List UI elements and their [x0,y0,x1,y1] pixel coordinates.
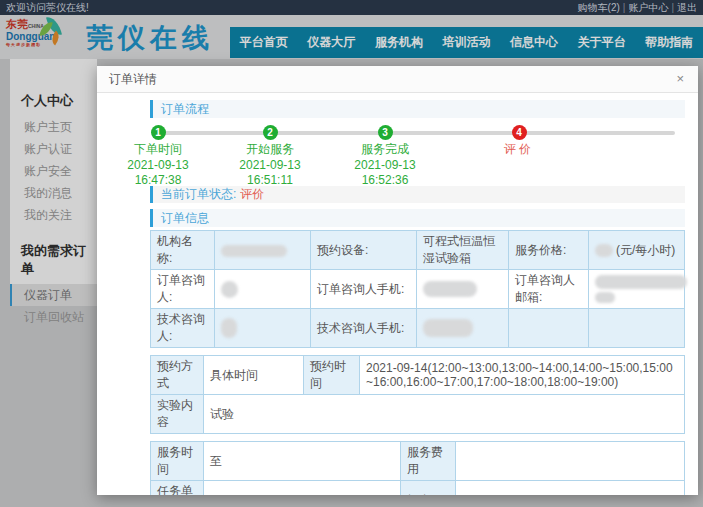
table-row: 预约方式 具体时间 预约时间 2021-09-14(12:00~13:00,13… [151,356,685,395]
price-value: (元/每小时) [589,231,685,270]
service-table: 服务时间 至 服务费用 任务单号 报告号 [150,441,685,495]
tech-phone-value [417,309,509,348]
table-row: 技术咨询人: 技术咨询人手机: [151,309,685,348]
booking-time-label: 预约时间 [304,356,360,395]
redacted-value [595,275,687,289]
order-phone-label: 订单咨询人手机: [311,270,417,309]
status-label: 当前订单状态: [161,186,236,203]
section-title: 订单信息 [161,210,209,227]
booking-time-value: 2021-09-14(12:00~13:00,13:00~14:00,14:00… [360,356,685,395]
service-fee-value [456,442,685,481]
redacted-value [221,318,237,338]
service-time-label: 服务时间 [151,442,204,481]
step-date: 2021-09-13 [330,158,440,173]
report-number-label: 报告号 [401,481,456,496]
step-label: 开始服务 [215,141,325,158]
booking-method-value: 具体时间 [204,356,304,395]
section-order-flow: 订单流程 [150,100,685,118]
redacted-value [595,292,615,303]
task-number-value [204,481,401,496]
status-value: 评价 [240,186,264,203]
org-name-value [215,231,311,270]
table-row: 任务单号 报告号 [151,481,685,496]
empty-cell [589,309,685,348]
order-contact-label: 订单咨询人: [151,270,215,309]
redacted-value [423,319,473,337]
order-progress: 1 下单时间 2021-09-13 16:47:38 2 开始服务 2021-0… [150,122,685,186]
step-date: 2021-09-13 [215,158,325,173]
redacted-value [423,281,477,297]
experiment-content-value: 试验 [204,395,685,434]
booking-table: 预约方式 具体时间 预约时间 2021-09-14(12:00~13:00,13… [150,355,685,434]
step-label: 下单时间 [103,141,213,158]
device-value: 可程式恒温恒湿试验箱 [417,231,509,270]
table-row: 服务时间 至 服务费用 [151,442,685,481]
step-time: 16:52:36 [330,173,440,188]
price-unit: (元/每小时) [616,243,675,257]
redacted-value [221,281,238,298]
service-time-value: 至 [204,442,401,481]
tech-phone-label: 技术咨询人手机: [311,309,417,348]
step-time: 16:47:38 [103,173,213,188]
redacted-value [595,244,613,257]
experiment-content-label: 实验内容 [151,395,204,434]
step-service-start: 2 开始服务 2021-09-13 16:51:11 [215,122,325,188]
report-number-value [456,481,685,496]
step-service-done: 3 服务完成 2021-09-13 16:52:36 [330,122,440,188]
tech-contact-value [215,309,311,348]
order-contact-value [215,270,311,309]
section-title: 订单流程 [161,101,209,118]
redacted-value [221,245,287,257]
table-row: 机构名称: 预约设备: 可程式恒温恒湿试验箱 服务价格: (元/每小时) [151,231,685,270]
table-row: 实验内容 试验 [151,395,685,434]
step-time: 16:51:11 [215,173,325,188]
section-accent-bar [150,100,153,118]
close-icon[interactable]: × [676,66,684,92]
modal-header: 订单详情 × [97,66,698,93]
booking-method-label: 预约方式 [151,356,204,395]
order-mail-value [589,270,685,309]
section-accent-bar [150,209,153,227]
order-mail-label: 订单咨询人邮箱: [509,270,589,309]
order-info-table: 机构名称: 预约设备: 可程式恒温恒湿试验箱 服务价格: (元/每小时) 订单咨… [150,230,685,348]
empty-cell [509,309,589,348]
step-order-placed: 1 下单时间 2021-09-13 16:47:38 [103,122,213,188]
step-circle: 1 [151,125,166,140]
step-circle: 4 [512,125,527,140]
step-label: 评价 [464,141,574,158]
table-row: 订单咨询人: 订单咨询人手机: 订单咨询人邮箱: [151,270,685,309]
tech-contact-label: 技术咨询人: [151,309,215,348]
step-label: 服务完成 [330,141,440,158]
price-label: 服务价格: [509,231,589,270]
task-number-label: 任务单号 [151,481,204,496]
org-name-label: 机构名称: [151,231,215,270]
order-detail-modal: 订单详情 × 订单流程 1 下单时间 2021-09-13 16:47:38 2… [97,66,698,495]
modal-title: 订单详情 [109,72,157,86]
step-circle: 3 [378,125,393,140]
section-order-info: 订单信息 [150,209,685,227]
step-review: 4 评价 [464,122,574,158]
modal-body: 订单流程 1 下单时间 2021-09-13 16:47:38 2 开始服务 2… [97,94,698,495]
section-accent-bar [150,186,153,203]
current-status-row: 当前订单状态: 评价 [150,186,685,203]
step-date: 2021-09-13 [103,158,213,173]
device-label: 预约设备: [311,231,417,270]
service-fee-label: 服务费用 [401,442,456,481]
order-phone-value [417,270,509,309]
step-circle: 2 [263,125,278,140]
